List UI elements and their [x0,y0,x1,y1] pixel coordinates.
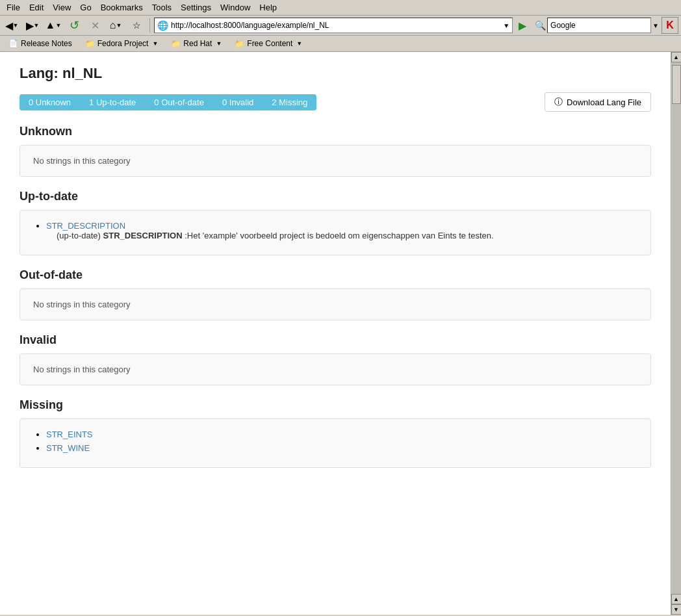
bookmark-arrow-1: ▼ [152,40,158,47]
list-item: STR_DESCRIPTION (up-to-date) STR_DESCRIP… [46,221,637,240]
addtab-button[interactable]: ☆ [127,17,146,34]
menu-bookmarks[interactable]: Bookmarks [97,1,147,14]
back-icon: ◀ [5,19,13,32]
kde-button[interactable]: K [662,17,678,34]
up-icon: ▲ [45,19,56,31]
search-icon: 🔍 [535,20,546,31]
bookmark-label-2: Red Hat [183,39,212,48]
menu-edit[interactable]: Edit [25,1,47,14]
toolbar-separator-1 [149,18,150,32]
list-item: STR_WINE [46,443,637,453]
string-link-str-eints[interactable]: STR_EINTS [46,430,93,439]
forward-arrow-icon: ▼ [34,22,40,29]
string-key-bold: STR_DESCRIPTION [103,231,183,240]
string-detail-str-description: (up-to-date) STR_DESCRIPTION :Het 'examp… [57,231,637,240]
stop-button[interactable]: ✕ [86,17,104,34]
page-title: Lang: nl_NL [19,65,651,82]
dropdown-icon[interactable]: ▼ [503,22,509,29]
section-box-outofdate: No strings in this category [19,289,651,320]
menubar: File Edit View Go Bookmarks Tools Settin… [0,0,681,16]
menu-file[interactable]: File [3,1,24,14]
kde-icon: K [666,19,674,31]
download-icon: ⓘ [554,96,563,108]
bookmark-free-content[interactable]: 📁 Free Content ▼ [230,37,307,50]
home-arrow-icon: ▼ [116,22,122,29]
back-arrow-icon: ▼ [13,22,19,29]
bookmark-label-1: Fedora Project [97,39,149,48]
section-title-unknown: Unknown [19,125,651,138]
stop-icon: ✕ [91,19,99,32]
page-content: Lang: nl_NL 0 Unknown 1 Up-to-date 0 Out… [0,52,671,615]
search-bar-wrap: 🔍 ▼ [532,18,659,33]
scroll-up-button[interactable]: ▲ [671,52,682,62]
scroll-track[interactable] [672,62,681,594]
search-input[interactable] [547,18,651,33]
menu-help[interactable]: Help [255,1,281,14]
badge-uptodate[interactable]: 1 Up-to-date [80,94,145,110]
reload-button[interactable]: ↺ [65,17,83,34]
badges-row: 0 Unknown 1 Up-to-date 0 Out-of-date 0 I… [19,92,651,112]
badge-missing[interactable]: 2 Missing [263,94,316,110]
empty-outofdate: No strings in this category [33,300,131,309]
bookmark-icon-2: 📁 [171,39,181,48]
scroll-down-button-1[interactable]: ▲ [671,594,682,604]
bookmark-icon-3: 📁 [235,39,244,48]
badge-unknown[interactable]: 0 Unknown [19,94,80,110]
search-dropdown-icon[interactable]: ▼ [652,22,659,29]
section-title-missing: Missing [19,398,651,412]
bookmark-release-notes[interactable]: 📄 Release Notes [4,37,77,50]
scrollbar: ▲ ▲ ▼ [671,52,681,615]
bookmark-icon-0: 📄 [8,39,18,48]
string-link-str-wine[interactable]: STR_WINE [46,443,90,453]
empty-unknown: No strings in this category [33,156,131,166]
menu-go[interactable]: Go [76,1,95,14]
bookmark-arrow-3: ▼ [296,40,302,47]
forward-icon: ▶ [26,19,34,32]
scroll-down-buttons: ▲ ▼ [671,594,682,615]
bookmark-label-3: Free Content [247,39,292,48]
bookmark-add-icon: ☆ [133,20,141,31]
bookmark-arrow-2: ▼ [216,40,222,47]
bookmark-label-0: Release Notes [21,39,72,48]
home-button[interactable]: ⌂▼ [107,17,125,34]
menu-window[interactable]: Window [216,1,254,14]
back-button[interactable]: ◀▼ [3,17,21,34]
browser-window: Lang: nl_NL 0 Unknown 1 Up-to-date 0 Out… [0,52,681,615]
go-button[interactable]: ▶ [515,17,530,34]
download-lang-file-button[interactable]: ⓘ Download Lang File [545,92,651,112]
menu-tools[interactable]: Tools [148,1,175,14]
menu-view[interactable]: View [49,1,75,14]
string-link-str-description[interactable]: STR_DESCRIPTION [46,221,125,231]
scroll-thumb[interactable] [672,65,681,104]
bookmarks-bar: 📄 Release Notes 📁 Fedora Project ▼ 📁 Red… [0,36,681,52]
section-box-uptodate: STR_DESCRIPTION (up-to-date) STR_DESCRIP… [19,210,651,255]
section-title-uptodate: Up-to-date [19,190,651,203]
reload-icon: ↺ [70,18,79,32]
bookmark-red-hat[interactable]: 📁 Red Hat ▼ [166,37,226,50]
url-input[interactable] [171,21,503,30]
list-item: STR_EINTS [46,430,637,439]
section-title-outofdate: Out-of-date [19,268,651,282]
up-button[interactable]: ▲▼ [44,17,62,34]
bookmark-fedora-project[interactable]: 📁 Fedora Project ▼ [81,37,163,50]
section-box-unknown: No strings in this category [19,145,651,177]
download-btn-label: Download Lang File [567,97,641,107]
address-bar[interactable]: 🌐 ▼ [154,18,513,33]
forward-button[interactable]: ▶▼ [23,17,42,34]
section-title-invalid: Invalid [19,333,651,347]
bookmark-icon-1: 📁 [85,39,95,48]
scroll-down-button-2[interactable]: ▼ [671,604,682,615]
empty-invalid: No strings in this category [33,365,131,374]
go-icon: ▶ [519,19,526,32]
badge-invalid[interactable]: 0 Invalid [213,94,263,110]
globe-icon: 🌐 [157,20,168,31]
section-box-missing: STR_EINTS STR_WINE [19,418,651,468]
badge-outofdate[interactable]: 0 Out-of-date [145,94,213,110]
section-box-invalid: No strings in this category [19,353,651,385]
home-icon: ⌂ [110,19,116,31]
toolbar: ◀▼ ▶▼ ▲▼ ↺ ✕ ⌂▼ ☆ 🌐 ▼ ▶ 🔍 ▼ K [0,16,681,36]
menu-settings[interactable]: Settings [177,1,215,14]
up-arrow-icon: ▼ [55,22,61,29]
